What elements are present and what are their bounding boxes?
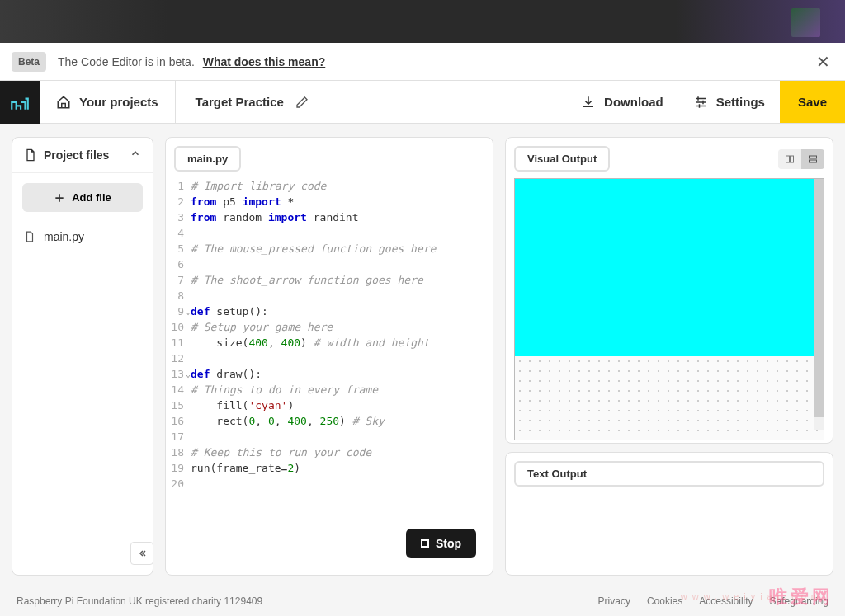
charity-text: Raspberry Pi Foundation UK registered ch… [17, 595, 262, 607]
view-toggle-tabs[interactable] [801, 149, 824, 169]
project-title: Target Practice [196, 95, 284, 109]
file-icon [24, 148, 37, 162]
home-icon [56, 95, 71, 110]
stop-label: Stop [436, 537, 461, 550]
visual-output-header: Visual Output [514, 146, 824, 172]
stop-button[interactable]: Stop [406, 529, 476, 558]
chevron-up-icon[interactable] [130, 148, 141, 162]
add-file-label: Add file [72, 191, 111, 204]
logo[interactable] [0, 81, 40, 124]
save-label: Save [798, 95, 827, 109]
footer-link[interactable]: Accessibility [699, 595, 753, 607]
beta-message: The Code Editor is in beta. What does th… [58, 55, 325, 68]
file-name: main.py [44, 230, 84, 243]
beta-link[interactable]: What does this mean? [203, 55, 326, 68]
settings-label: Settings [716, 95, 765, 109]
footer-link[interactable]: Safeguarding [770, 595, 828, 607]
your-projects-label: Your projects [79, 95, 158, 109]
output-panel: Visual Output Text Output [505, 137, 833, 576]
collapse-sidebar-button[interactable] [130, 542, 153, 565]
canvas-sky [515, 179, 824, 356]
settings-button[interactable]: Settings [678, 81, 780, 123]
view-toggles [778, 149, 824, 169]
canvas-ground [515, 356, 824, 440]
download-button[interactable]: Download [566, 81, 678, 123]
sidebar-title: Project files [44, 148, 123, 162]
text-output-panel: Text Output [505, 452, 833, 576]
footer-link[interactable]: Privacy [598, 595, 630, 607]
text-output-tab[interactable]: Text Output [514, 461, 824, 487]
code-area[interactable]: 1234567891011121314151617181920 # Import… [166, 172, 493, 575]
beta-badge: Beta [12, 52, 46, 72]
editor-panel: main.py 1234567891011121314151617181920 … [165, 137, 493, 576]
visual-output-tab[interactable]: Visual Output [514, 146, 610, 172]
svg-rect-3 [810, 160, 817, 162]
svg-rect-1 [791, 156, 794, 162]
workspace: Project files Add file main.py main.py 1… [0, 124, 845, 576]
download-icon [581, 95, 596, 110]
avatar [791, 8, 820, 37]
code-lines[interactable]: # Import library codefrom p5 import *fro… [191, 178, 493, 575]
beta-message-text: The Code Editor is in beta. [58, 55, 195, 68]
settings-icon [693, 95, 708, 110]
file-item[interactable]: main.py [12, 222, 153, 252]
add-file-button[interactable]: Add file [22, 183, 143, 212]
view-toggle-split[interactable] [778, 149, 801, 169]
gutter: 1234567891011121314151617181920 [166, 178, 191, 575]
stop-icon [421, 539, 429, 548]
svg-rect-0 [786, 156, 790, 162]
file-icon [24, 231, 35, 242]
edit-icon[interactable] [295, 96, 309, 109]
footer: Raspberry Pi Foundation UK registered ch… [0, 586, 845, 616]
footer-link[interactable]: Cookies [647, 595, 682, 607]
editor-tab[interactable]: main.py [174, 146, 241, 172]
scrollbar-vertical[interactable] [814, 179, 824, 430]
toolbar: Your projects Target Practice Download S… [0, 81, 845, 124]
toolbar-right: Download Settings Save [566, 81, 845, 123]
save-button[interactable]: Save [780, 81, 845, 123]
close-icon[interactable]: ✕ [813, 49, 833, 75]
visual-output-panel: Visual Output [505, 137, 833, 444]
footer-links: PrivacyCookiesAccessibilitySafeguarding [598, 595, 828, 607]
plus-icon [54, 192, 65, 204]
sidebar-header: Project files [12, 138, 153, 173]
editor-tabs: main.py [166, 138, 493, 172]
svg-rect-2 [810, 156, 817, 158]
download-label: Download [604, 95, 663, 109]
your-projects-link[interactable]: Your projects [40, 81, 176, 123]
project-title-area: Target Practice [176, 95, 328, 109]
sidebar: Project files Add file main.py [12, 137, 153, 576]
beta-banner: Beta The Code Editor is in beta. What do… [0, 43, 845, 81]
canvas-frame [514, 178, 824, 440]
browser-chrome-blur [0, 0, 845, 43]
